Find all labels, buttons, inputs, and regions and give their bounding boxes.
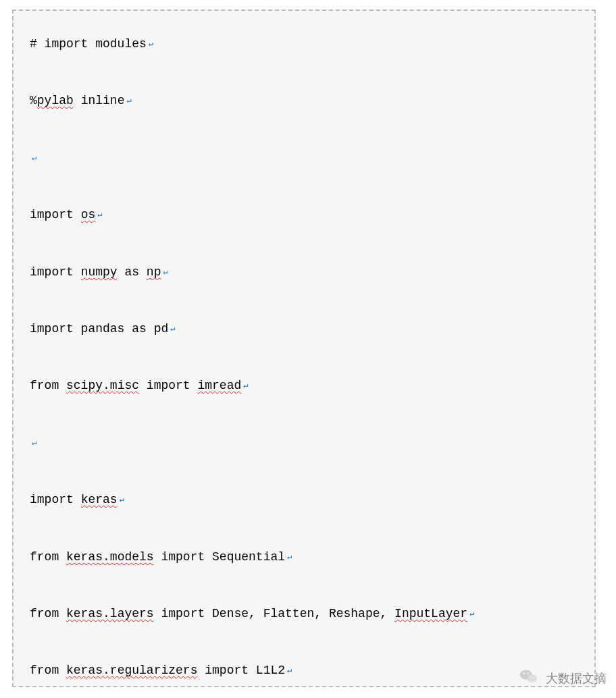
spellcheck-marked-text: imread xyxy=(197,379,241,392)
code-line: # import modules↵ xyxy=(30,36,578,52)
spellcheck-marked-text: InputLayer xyxy=(394,607,467,620)
code-line: from keras.layers import Dense, Flatten,… xyxy=(30,606,578,622)
svg-point-3 xyxy=(528,673,529,674)
svg-point-1 xyxy=(528,674,537,682)
blank-line: ↵ xyxy=(30,151,578,166)
blank-line: ↵ xyxy=(30,435,578,451)
watermark: 大数据文摘 xyxy=(519,666,607,690)
spellcheck-marked-text: os xyxy=(81,208,96,221)
code-text: from xyxy=(30,664,66,677)
spellcheck-marked-text: keras xyxy=(81,493,118,506)
code-text: import pandas as pd xyxy=(30,322,168,335)
watermark-text: 大数据文摘 xyxy=(546,670,607,687)
code-text: as xyxy=(118,265,147,279)
paragraph-mark-icon: ↵ xyxy=(287,666,292,675)
paragraph-mark-icon: ↵ xyxy=(163,267,168,277)
code-line: %pylab inline↵ xyxy=(30,93,578,109)
code-line: from keras.models import Sequential↵ xyxy=(30,549,578,565)
code-line: import pandas as pd↵ xyxy=(30,321,578,337)
spellcheck-marked-text: keras.layers xyxy=(66,607,154,620)
paragraph-mark-icon: ↵ xyxy=(170,324,175,333)
paragraph-mark-icon: ↵ xyxy=(126,96,131,105)
code-text: import xyxy=(30,208,81,221)
code-text: import xyxy=(30,265,81,279)
svg-point-4 xyxy=(530,677,532,678)
code-text: % xyxy=(30,94,37,107)
paragraph-mark-icon: ↵ xyxy=(149,39,153,49)
code-line: from scipy.misc import imread↵ xyxy=(30,378,578,394)
code-text: from xyxy=(30,379,66,392)
paragraph-mark-icon: ↵ xyxy=(97,210,102,219)
spellcheck-marked-text: keras.regularizers xyxy=(66,664,197,677)
spellcheck-marked-text: numpy xyxy=(81,265,118,279)
svg-point-2 xyxy=(523,673,525,674)
code-frame: # import modules↵%pylab inline↵↵import o… xyxy=(12,9,596,687)
code-text: # import modules xyxy=(30,37,147,51)
code-text: import Sequential xyxy=(154,550,285,564)
paragraph-mark-icon: ↵ xyxy=(32,438,36,448)
spellcheck-marked-text: keras.models xyxy=(66,550,154,564)
paragraph-mark-icon: ↵ xyxy=(243,381,248,390)
code-text: import xyxy=(30,493,81,506)
code-line: import os↵ xyxy=(30,207,578,223)
code-text: import Dense, Flatten, Reshape, xyxy=(154,607,394,620)
code-line: import numpy as np↵ xyxy=(30,265,578,280)
svg-point-5 xyxy=(533,677,534,678)
paragraph-mark-icon: ↵ xyxy=(32,153,36,163)
spellcheck-marked-text: scipy.misc xyxy=(66,379,139,392)
paragraph-mark-icon: ↵ xyxy=(287,552,292,562)
code-text: import xyxy=(139,379,197,392)
spellcheck-marked-text: np xyxy=(147,265,161,279)
code-line: import keras↵ xyxy=(30,492,578,508)
paragraph-mark-icon: ↵ xyxy=(120,495,124,504)
code-line: from keras.regularizers import L1L2↵ xyxy=(30,663,578,678)
code-text: from xyxy=(30,550,66,564)
paragraph-mark-icon: ↵ xyxy=(469,609,474,618)
spellcheck-marked-text: pylab xyxy=(37,94,74,107)
code-text: from xyxy=(30,607,66,620)
code-text: inline xyxy=(74,94,125,107)
code-text: import L1L2 xyxy=(197,664,285,677)
wechat-icon xyxy=(519,666,539,690)
